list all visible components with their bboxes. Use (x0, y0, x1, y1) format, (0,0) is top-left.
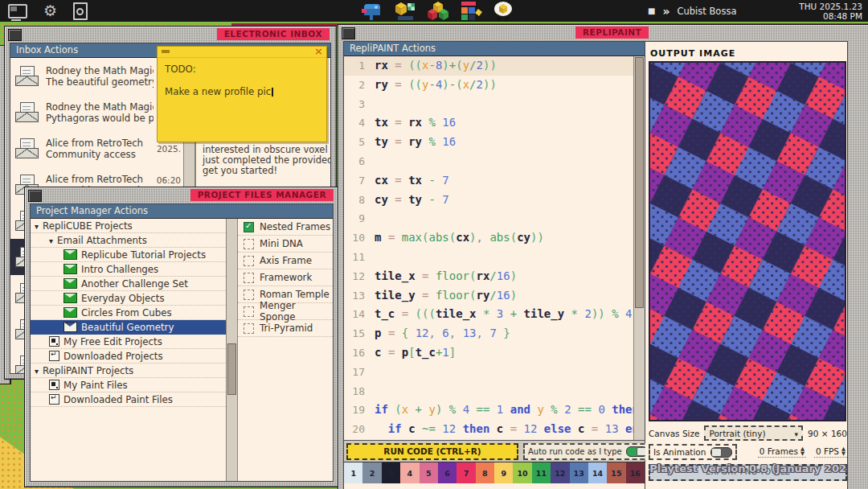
canvas-size-dropdown[interactable]: Portrait (tiny) (704, 425, 803, 441)
code-line[interactable]: 3 (344, 95, 645, 114)
palette-swatch-12[interactable]: 12 (551, 462, 569, 483)
code-line[interactable]: 7cx = tx - 7 (344, 171, 645, 191)
palette-swatch-16[interactable]: 16 (626, 462, 645, 483)
code-line[interactable]: 20 if c ~= 12 then c = 12 else c = 13 en… (344, 420, 645, 439)
scrollbar-handle[interactable] (227, 343, 236, 395)
tree-item-project[interactable]: Everyday Objects (31, 291, 226, 306)
close-icon[interactable]: × (314, 46, 323, 57)
code-line[interactable]: 2ry = ((y-4)-(x/2)) (344, 76, 645, 95)
app-icon-cube-check[interactable] (394, 1, 416, 22)
app-icon-cubes[interactable] (427, 1, 449, 22)
code-line[interactable]: 6 (344, 152, 645, 171)
palette-swatch-4[interactable]: 4 (400, 462, 419, 483)
checkbox[interactable] (244, 239, 254, 249)
project-manager-actions-menu[interactable]: Project Manager Actions (31, 204, 333, 219)
code-line[interactable]: 13tile_y = floor(ry/16) (344, 286, 645, 306)
animation-toggle[interactable] (710, 447, 732, 458)
file-item[interactable]: Tri-Pyramid (238, 320, 333, 337)
tree-item-folder[interactable]: My Free Edit Projects (31, 335, 226, 349)
code-line[interactable]: 1rx = ((x-8)+(y/2)) (344, 56, 645, 76)
code-editor[interactable]: 1rx = ((x-8)+(y/2))2ry = ((y-4)-(x/2))34… (344, 56, 645, 440)
checkbox[interactable] (244, 323, 254, 334)
code-line[interactable]: 15p = { 12, 6, 13, 7 } (344, 324, 645, 343)
app-icon-cube-bubble[interactable] (493, 1, 514, 22)
palette-swatch-5[interactable]: 5 (420, 462, 438, 483)
code-line[interactable]: 12tile_x = floor(rx/16) (344, 267, 645, 286)
app-icon-mailbox[interactable] (359, 1, 383, 22)
palette-swatch-11[interactable]: 11 (532, 462, 551, 483)
palette-swatch-7[interactable]: 7 (457, 462, 475, 483)
palette-swatch-3[interactable]: 3 (382, 462, 400, 483)
replipaint-actions-menu[interactable]: RepliPAINT Actions (344, 42, 645, 56)
music-stop-icon[interactable]: ■ (648, 6, 655, 15)
palette-swatch-1[interactable]: 1 (344, 462, 362, 483)
palette-swatch-13[interactable]: 13 (570, 462, 588, 483)
file-item[interactable]: Nested Frames (238, 219, 333, 236)
file-item[interactable]: Axis Frame (238, 253, 333, 269)
code-line[interactable]: 5ty = ry % 16 (344, 133, 645, 152)
code-line[interactable]: 14t_c = (((tile_x * 3 + tile_y * 2)) % 4… (344, 305, 645, 324)
settings-gear-icon[interactable] (43, 3, 57, 18)
tree-item-folder[interactable]: Downloaded Paint Files (31, 392, 226, 407)
code-line[interactable]: 16c = p[t_c+1] (344, 343, 645, 363)
file-item[interactable]: Menger Sponge (238, 303, 333, 320)
window-menu-button[interactable] (8, 29, 22, 41)
tree-item-replicube-projects[interactable]: RepliCUBE Projects (31, 219, 226, 233)
tree-scrollbar[interactable] (226, 219, 238, 481)
code-line[interactable]: 18 (344, 382, 645, 401)
window-menu-button[interactable] (28, 190, 42, 202)
autorun-toggle[interactable] (626, 446, 648, 457)
code-line[interactable]: 9 (344, 209, 645, 228)
code-line[interactable]: 17 (344, 363, 645, 382)
is-animation-control[interactable]: Is Animation (649, 444, 737, 460)
editor-scrollbar[interactable] (633, 56, 645, 440)
fps-stepper[interactable]: 0 FPS (814, 446, 847, 458)
palette-swatch-2[interactable]: 2 (362, 462, 381, 483)
chevron-down-icon[interactable] (49, 235, 53, 246)
tree-item-email-attachments[interactable]: Email Attachments (31, 233, 226, 248)
tree-item-project[interactable]: Replicube Tutorial Projects (31, 248, 226, 262)
palette-swatch-8[interactable]: 8 (476, 462, 494, 483)
checkbox[interactable] (244, 290, 254, 300)
file-item[interactable]: Mini DNA (238, 236, 333, 253)
tree-item-folder[interactable]: Downloaded Projects (31, 349, 226, 364)
code-line[interactable]: 19if (x + y) % 4 == 1 and y % 2 == 0 the… (344, 401, 645, 420)
note-menu-icon[interactable] (162, 50, 170, 53)
tree-item-project-selected[interactable]: Beautiful Geometry (31, 320, 226, 335)
tree-item-project[interactable]: Another Challenge Set (31, 277, 226, 291)
tree-item-folder[interactable]: My Paint Files (31, 378, 226, 392)
tree-item-project[interactable]: Circles From Cubes (31, 306, 226, 320)
music-skip-icon[interactable]: » (662, 5, 669, 18)
palette-swatch-9[interactable]: 9 (494, 462, 513, 483)
checkbox[interactable] (244, 273, 254, 283)
checkbox[interactable] (244, 256, 254, 266)
code-line[interactable]: 10m = max(abs(cx), abs(cy)) (344, 228, 645, 248)
replipaint-titlebar[interactable]: REPLIPAINT (338, 25, 868, 41)
code-line[interactable]: 8cy = ty - 7 (344, 191, 645, 210)
run-code-button[interactable]: RUN CODE (CTRL+R) (346, 443, 518, 460)
file-item[interactable]: Framework (238, 269, 333, 286)
system-monitor-icon[interactable] (8, 4, 27, 18)
notes-file-icon[interactable] (73, 2, 88, 20)
checkbox-checked[interactable] (244, 222, 254, 232)
tree-item-replipaint-projects[interactable]: RepliPAINT Projects (31, 364, 226, 378)
frames-stepper[interactable]: 0 Frames (758, 446, 806, 458)
palette-swatch-14[interactable]: 14 (588, 462, 607, 483)
code-line[interactable]: 11 (344, 248, 645, 267)
decrement-icon[interactable] (800, 451, 805, 456)
pm-titlebar[interactable]: PROJECT FILES MANAGER (25, 187, 338, 203)
autorun-control[interactable]: Auto run code as I type (523, 443, 653, 460)
note-line2[interactable]: Make a new profile pic (165, 86, 319, 98)
palette-swatch-10[interactable]: 10 (513, 462, 531, 483)
tree-item-project[interactable]: Intro Challenges (31, 262, 226, 277)
palette-swatch-15[interactable]: 15 (607, 462, 625, 483)
sticky-note[interactable]: × TODO: Make a new profile pic (157, 46, 327, 142)
window-menu-button[interactable] (342, 27, 355, 39)
app-icon-rubik[interactable] (460, 1, 482, 22)
palette-swatch-6[interactable]: 6 (438, 462, 457, 483)
sticky-note-titlebar[interactable]: × (158, 47, 326, 58)
inbox-titlebar[interactable]: ELECTRONIC INBOX (5, 27, 336, 43)
chevron-down-icon[interactable] (35, 365, 39, 376)
code-line[interactable]: 4tx = rx % 16 (344, 113, 645, 133)
export-png-button[interactable]: EXPORT PNG TO FILE Playtest Version 0.8 … (649, 464, 847, 481)
